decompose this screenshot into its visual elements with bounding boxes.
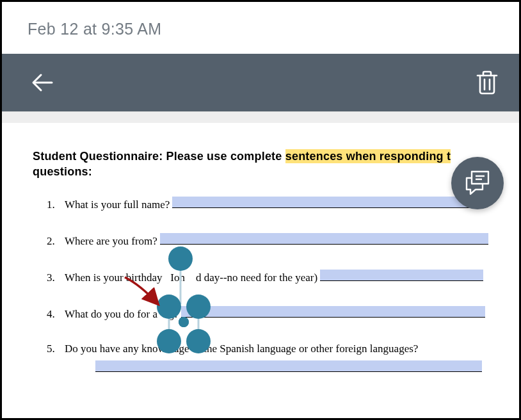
document-page: Student Questionnaire: Please use comple… <box>2 123 519 355</box>
question-text: When is your birthday Ion d day--no need… <box>65 271 317 284</box>
list-item: 5. Do you have any knowledge of the Span… <box>33 343 488 355</box>
answer-field[interactable] <box>160 233 488 245</box>
title-part-1: Student Questionnaire: Please use comple… <box>33 150 285 163</box>
question-number: 3. <box>33 271 65 284</box>
question-list: 1. What is your full name? 2. Where are … <box>33 197 488 355</box>
list-item: 2. Where are you from? <box>33 233 488 248</box>
question-number: 5. <box>33 343 65 355</box>
highlight-annotation[interactable]: sentences when responding t <box>285 149 451 163</box>
document-title: Student Questionnaire: Please use comple… <box>33 149 488 180</box>
list-item: 3. When is your birthday Ion d day--no n… <box>33 270 488 284</box>
list-item: 1. What is your full name? <box>33 197 488 211</box>
back-button[interactable] <box>30 70 54 95</box>
svg-rect-3 <box>472 172 488 184</box>
comment-fab[interactable] <box>451 157 504 209</box>
question-text: What do you do for a g? <box>65 308 179 321</box>
answer-field[interactable] <box>172 197 486 208</box>
answer-field[interactable] <box>320 270 483 281</box>
question-number: 4. <box>33 308 65 321</box>
answer-field[interactable] <box>95 360 482 372</box>
trash-icon <box>476 70 499 95</box>
question-number: 2. <box>33 235 65 248</box>
arrow-left-icon <box>30 70 54 95</box>
question-text: Where are you from? <box>65 235 157 248</box>
comment-icon <box>463 169 492 197</box>
list-item: 4. What do you do for a g? <box>33 306 488 321</box>
delete-button[interactable] <box>476 70 499 95</box>
question-text: Do you have any knowledge of the Spanish… <box>65 343 418 355</box>
toolbar-separator <box>2 111 519 123</box>
question-text: What is your full name? <box>65 198 170 211</box>
annotation-toolbar <box>2 54 519 111</box>
document-timestamp: Feb 12 at 9:35 AM <box>2 2 519 54</box>
question-number: 1. <box>33 198 65 211</box>
title-line-2: questions: <box>33 165 92 178</box>
answer-field[interactable] <box>181 306 485 318</box>
